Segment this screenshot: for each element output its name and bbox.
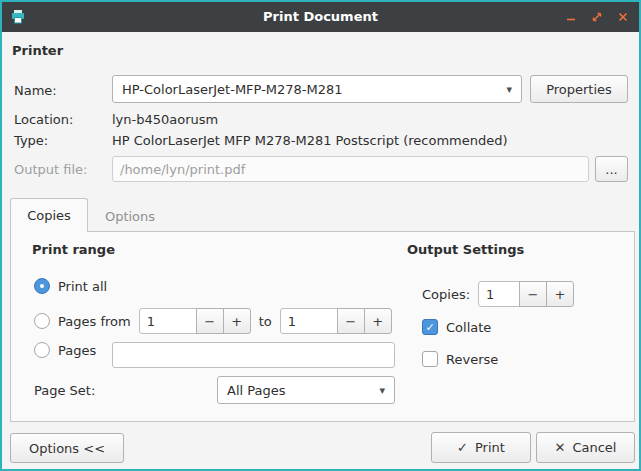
output-file-input[interactable] [112,156,589,182]
print-button-label: Print [475,440,505,455]
minimize-button[interactable] [564,11,577,24]
pages-from-label: Pages from [58,314,131,329]
tab-copies-label: Copies [27,208,71,223]
print-all-radio[interactable] [34,278,50,294]
print-button[interactable]: ✓ Print [431,432,531,463]
pages-from-plus-button[interactable]: + [223,308,251,334]
pages-option[interactable]: Pages [34,342,96,358]
print-all-option[interactable]: Print all [34,278,107,294]
window-title: Print Document [2,9,639,24]
printer-name-value: HP-ColorLaserJet-MFP-M278-M281 [122,82,498,97]
pages-to-plus-button[interactable]: + [364,308,392,334]
cancel-button[interactable]: ✕ Cancel [536,432,635,463]
pages-label: Pages [58,343,96,358]
page-set-label: Page Set: [34,383,95,398]
tab-copies[interactable]: Copies [10,198,88,232]
browse-button[interactable]: ... [595,156,628,182]
close-button[interactable] [616,11,629,24]
collate-label: Collate [446,320,491,335]
pages-to-label: to [259,314,272,329]
properties-button[interactable]: Properties [530,75,628,103]
print-range-heading: Print range [32,242,115,257]
check-icon: ✓ [425,321,434,334]
copies-input[interactable] [478,281,520,307]
page-set-select[interactable]: All Pages ▾ [217,376,395,404]
pages-input[interactable] [112,342,395,368]
print-all-label: Print all [58,279,107,294]
pages-from-input[interactable] [139,308,197,334]
page-set-value: All Pages [227,383,371,398]
output-file-label: Output file: [14,162,87,177]
pages-to-minus-button[interactable]: − [337,308,365,334]
collate-checkbox[interactable]: ✓ [422,319,438,335]
reverse-label: Reverse [446,352,498,367]
pages-to-spinner[interactable]: − + [280,308,392,334]
titlebar[interactable]: Print Document [2,2,639,32]
copies-plus-button[interactable]: + [546,281,574,307]
print-check-icon: ✓ [457,440,468,455]
reverse-checkbox[interactable] [422,351,438,367]
options-toggle-button[interactable]: Options << [10,433,124,463]
options-toggle-label: Options << [29,441,105,456]
printer-name-select[interactable]: HP-ColorLaserJet-MFP-M278-M281 ▾ [112,75,522,103]
tab-options[interactable]: Options [90,201,170,231]
pages-radio[interactable] [34,342,50,358]
chevron-down-icon: ▾ [506,83,512,96]
pages-from-minus-button[interactable]: − [196,308,224,334]
cancel-button-label: Cancel [572,440,616,455]
printer-name-label: Name: [14,83,57,98]
copies-minus-button[interactable]: − [519,281,547,307]
page-set-chevron-down-icon: ▾ [379,384,385,397]
copies-spinner[interactable]: − + [478,281,574,307]
cancel-cross-icon: ✕ [555,440,566,455]
type-label: Type: [14,133,48,148]
browse-button-label: ... [605,162,617,177]
tab-options-label: Options [105,209,155,224]
collate-option[interactable]: ✓ Collate [422,319,491,335]
printer-section-heading: Printer [12,43,63,58]
reverse-option[interactable]: Reverse [422,351,498,367]
maximize-button[interactable] [590,11,603,24]
pages-from-radio[interactable] [34,313,50,329]
print-dialog-window: Print Document Printer Name: HP-ColorLas… [0,0,641,471]
location-label: Location: [14,112,73,127]
type-value: HP ColorLaserJet MFP M278-M281 Postscrip… [112,133,508,148]
output-settings-heading: Output Settings [407,242,524,257]
copies-label: Copies: [422,287,470,302]
location-value: lyn-b450aorusm [112,112,218,127]
pages-from-spinner[interactable]: − + [139,308,251,334]
copies-row: Copies: − + [422,281,574,307]
properties-button-label: Properties [546,82,612,97]
window-controls [564,2,629,32]
pages-from-option[interactable]: Pages from − + to − + [34,308,392,334]
pages-to-input[interactable] [280,308,338,334]
